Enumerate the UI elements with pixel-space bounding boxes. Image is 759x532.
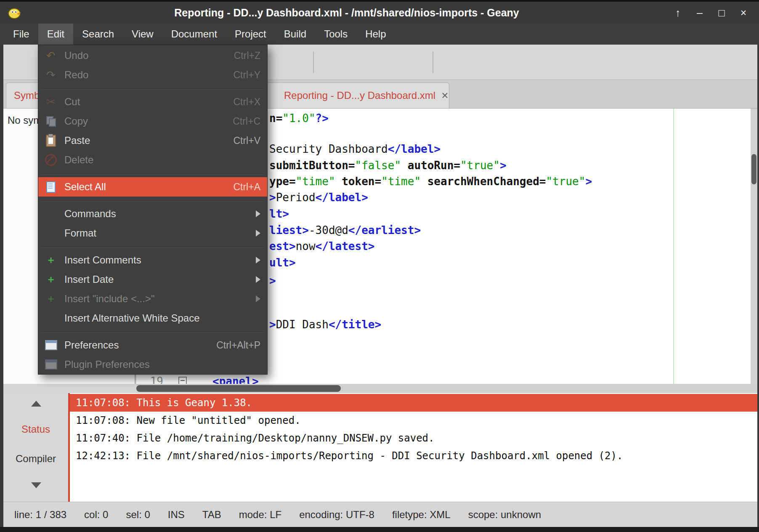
plus-icon: + (43, 292, 58, 306)
code-line: > (269, 273, 276, 289)
preferences-icon (43, 357, 58, 372)
code-line: ult> (269, 255, 296, 271)
menu-item-insert-date[interactable]: + Insert Date (38, 270, 267, 289)
code-line: n="1.0"?> (269, 110, 329, 126)
menu-item-preferences[interactable]: Preferences Ctrl+Alt+P (38, 335, 267, 355)
menu-item-undo: ↶ Undo Ctrl+Z (38, 46, 267, 65)
titlebar: Reporting - DD...y Dashboard.xml - /mnt/… (0, 0, 759, 24)
code-line: >DDI Dash</title> (269, 317, 381, 332)
status-message[interactable]: 11:07:40: File /home/training/Desktop/na… (70, 429, 757, 447)
tab-compiler[interactable]: Compiler (3, 453, 68, 465)
minimize-button[interactable]: – (693, 7, 706, 19)
statusbar-encoding: encoding: UTF-8 (299, 509, 374, 521)
statusbar: line: 1 / 383 col: 0 sel: 0 INS TAB mode… (0, 502, 759, 527)
menu-project[interactable]: Project (226, 24, 275, 45)
menu-item-plugin-preferences: Plugin Preferences (38, 355, 267, 374)
window-controls: ↑ – □ × (671, 7, 759, 19)
code-line: est>now</latest> (269, 238, 374, 254)
code-line: liest>-30d@d</earliest> (269, 222, 421, 238)
menu-item-insert-include: + Insert "include <...>" (38, 289, 267, 309)
menu-edit[interactable]: Edit (38, 24, 73, 45)
menu-item-copy: Copy Ctrl+C (38, 112, 267, 131)
menu-build[interactable]: Build (275, 24, 315, 45)
statusbar-eol-mode: mode: LF (239, 509, 281, 521)
tab-status[interactable]: Status (3, 423, 68, 435)
vertical-scrollbar-thumb[interactable] (751, 154, 756, 184)
menu-item-format[interactable]: Format (38, 223, 267, 243)
submenu-arrow-icon (256, 257, 260, 263)
window-frame (0, 45, 3, 527)
undo-icon: ↶ (43, 48, 58, 63)
status-messages: 11:07:08: This is Geany 1.38. 11:07:08: … (70, 394, 757, 465)
horizontal-scrollbar[interactable] (136, 384, 757, 393)
menu-separator (38, 170, 267, 177)
menu-tools[interactable]: Tools (315, 24, 356, 45)
delete-icon (43, 153, 58, 167)
menu-separator (38, 85, 267, 92)
toolbar-separator (433, 51, 433, 73)
status-message[interactable]: 11:07:08: This is Geany 1.38. (70, 394, 757, 412)
code-line: >Period</label> (269, 189, 368, 205)
line-number: 19 (140, 373, 163, 384)
fold-marker-icon[interactable] (178, 377, 187, 384)
menubar: File Edit Search View Document Project B… (0, 24, 759, 45)
window-frame (757, 45, 759, 527)
paste-icon (43, 133, 58, 148)
menu-view[interactable]: View (123, 24, 162, 45)
statusbar-col: col: 0 (84, 509, 108, 521)
vertical-scrollbar[interactable] (751, 109, 757, 384)
plus-icon: + (43, 253, 58, 267)
statusbar-sel: sel: 0 (126, 509, 150, 521)
menu-search[interactable]: Search (73, 24, 123, 45)
code-line: Security Dashboard</label> (269, 141, 441, 157)
menu-item-insert-alt-whitespace[interactable]: Insert Alternative White Space (38, 309, 267, 328)
edit-menu-popup: ↶ Undo Ctrl+Z ↷ Redo Ctrl+Y ✂ Cut Ctrl+X… (38, 45, 268, 375)
statusbar-filetype: filetype: XML (392, 509, 451, 521)
statusbar-tab-mode: TAB (202, 509, 221, 521)
menu-item-paste[interactable]: Paste Ctrl+V (38, 131, 267, 150)
menu-item-commands[interactable]: Commands (38, 204, 267, 223)
code-line: <panel> (212, 373, 259, 384)
message-window: Status Compiler 11:07:08: This is Geany … (3, 393, 757, 502)
scroll-up-icon[interactable] (31, 401, 41, 407)
statusbar-scope: scope: unknown (468, 509, 541, 521)
document-tab-label: Reporting - DD...y Dashboard.xml (284, 90, 435, 101)
menu-item-redo: ↷ Redo Ctrl+Y (38, 65, 267, 85)
code-line: submitButton="false" autoRun="true"> (269, 157, 507, 173)
submenu-arrow-icon (256, 230, 260, 237)
message-window-tabs: Status Compiler (3, 393, 68, 502)
menu-help[interactable]: Help (356, 24, 395, 45)
submenu-arrow-icon (256, 295, 260, 302)
window-title: Reporting - DD...y Dashboard.xml - /mnt/… (22, 7, 671, 19)
menu-item-delete: Delete (38, 150, 267, 170)
menu-item-cut: ✂ Cut Ctrl+X (38, 92, 267, 112)
preferences-icon (43, 338, 58, 352)
cut-icon: ✂ (43, 95, 58, 109)
close-button[interactable]: × (737, 7, 750, 19)
copy-icon (43, 114, 58, 128)
status-message[interactable]: 12:42:13: File /mnt/shared/nios-imports/… (70, 447, 757, 465)
code-line: lt> (269, 206, 289, 222)
toolbar-separator (313, 51, 314, 73)
menu-separator (38, 243, 267, 250)
menu-item-select-all[interactable]: Select All Ctrl+A (38, 177, 267, 197)
submenu-arrow-icon (256, 210, 260, 217)
menu-separator (38, 328, 267, 335)
maximize-button[interactable]: □ (715, 7, 728, 19)
menu-file[interactable]: File (4, 24, 38, 45)
statusbar-insert-mode: INS (168, 509, 185, 521)
menu-separator (38, 197, 267, 204)
horizontal-scrollbar-thumb[interactable] (136, 385, 341, 392)
scroll-down-icon[interactable] (31, 482, 41, 488)
plus-icon: + (43, 272, 58, 287)
tab-close-icon[interactable]: × (441, 89, 448, 102)
geany-logo-icon[interactable] (7, 5, 22, 20)
status-message[interactable]: 11:07:08: New file "untitled" opened. (70, 412, 757, 429)
long-line-marker (673, 109, 674, 384)
menu-item-insert-comments[interactable]: + Insert Comments (38, 250, 267, 270)
menu-document[interactable]: Document (162, 24, 226, 45)
statusbar-line: line: 1 / 383 (14, 509, 66, 521)
redo-icon: ↷ (43, 68, 58, 82)
submenu-arrow-icon (256, 276, 260, 283)
shade-button[interactable]: ↑ (671, 7, 684, 19)
